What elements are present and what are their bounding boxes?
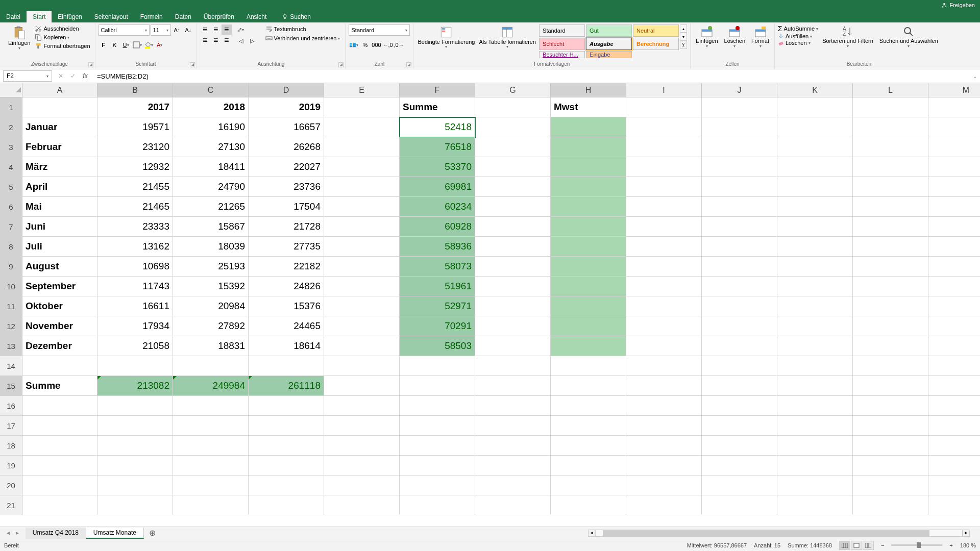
font-color-button[interactable]: A▾: [155, 40, 165, 50]
cell[interactable]: [853, 157, 928, 177]
column-header-B[interactable]: B: [97, 83, 173, 97]
cell[interactable]: [853, 237, 928, 257]
row-header-11[interactable]: 11: [0, 296, 22, 316]
cell[interactable]: [777, 177, 853, 197]
scroll-left-button[interactable]: ◄: [588, 530, 595, 537]
copy-button[interactable]: Kopieren▾: [33, 33, 91, 41]
cell[interactable]: [475, 97, 551, 117]
cell[interactable]: [551, 217, 626, 237]
tab-home[interactable]: Start: [27, 11, 52, 22]
cell[interactable]: 27892: [173, 316, 249, 336]
view-normal-button[interactable]: [839, 541, 850, 550]
cell[interactable]: [97, 456, 173, 475]
cell[interactable]: [324, 117, 400, 137]
cell[interactable]: [324, 197, 400, 217]
cell[interactable]: 13162: [97, 237, 173, 257]
cell[interactable]: [702, 277, 777, 296]
cell[interactable]: [702, 97, 777, 117]
cell[interactable]: 23333: [97, 217, 173, 237]
cell[interactable]: [249, 475, 324, 495]
cell[interactable]: [702, 177, 777, 197]
column-header-K[interactable]: K: [777, 83, 853, 97]
cell[interactable]: 24465: [249, 316, 324, 336]
cell[interactable]: 21455: [97, 177, 173, 197]
row-header-3[interactable]: 3: [0, 137, 22, 157]
column-header-H[interactable]: H: [551, 83, 626, 97]
cell[interactable]: 12932: [97, 157, 173, 177]
cell[interactable]: [475, 456, 551, 475]
cell[interactable]: 18831: [173, 336, 249, 356]
sort-filter-button[interactable]: AZSortieren und Filtern▾: [820, 24, 875, 49]
cell[interactable]: [853, 456, 928, 475]
style-besuchter[interactable]: Besuchter H...: [539, 51, 585, 58]
cell[interactable]: [173, 495, 249, 515]
cell[interactable]: [777, 217, 853, 237]
cell[interactable]: [853, 356, 928, 376]
cell[interactable]: [400, 356, 475, 376]
cell[interactable]: [777, 456, 853, 475]
cell[interactable]: [853, 117, 928, 137]
cell[interactable]: [777, 296, 853, 316]
cell[interactable]: [324, 217, 400, 237]
insert-cells-button[interactable]: Einfügen▾: [694, 24, 720, 49]
cell[interactable]: [551, 475, 626, 495]
cell[interactable]: [324, 416, 400, 436]
row-header-5[interactable]: 5: [0, 177, 22, 197]
cell[interactable]: [400, 376, 475, 396]
cell[interactable]: [551, 336, 626, 356]
cell[interactable]: Summe: [22, 376, 97, 396]
formula-input[interactable]: =SUMME(B2:D2): [94, 72, 970, 80]
cell[interactable]: 27130: [173, 137, 249, 157]
cell[interactable]: [853, 336, 928, 356]
cell[interactable]: [475, 336, 551, 356]
format-painter-button[interactable]: Format übertragen: [33, 42, 91, 50]
cell[interactable]: Mai: [22, 197, 97, 217]
cell[interactable]: [551, 316, 626, 336]
cell[interactable]: [249, 396, 324, 416]
cell[interactable]: [551, 277, 626, 296]
cell[interactable]: [400, 416, 475, 436]
cell[interactable]: [702, 495, 777, 515]
zoom-minus[interactable]: −: [881, 542, 884, 548]
align-right-button[interactable]: ≡: [222, 35, 232, 45]
cell[interactable]: [551, 117, 626, 137]
cell[interactable]: [324, 177, 400, 197]
cell[interactable]: [173, 356, 249, 376]
cell[interactable]: [626, 495, 702, 515]
cell[interactable]: Summe: [400, 97, 475, 117]
cell[interactable]: [777, 396, 853, 416]
cell[interactable]: [173, 416, 249, 436]
cell[interactable]: [400, 475, 475, 495]
number-launcher[interactable]: ◢: [406, 62, 411, 67]
cell[interactable]: 21728: [249, 217, 324, 237]
cell[interactable]: [702, 336, 777, 356]
cell[interactable]: [97, 396, 173, 416]
cell[interactable]: [173, 396, 249, 416]
cell[interactable]: [928, 177, 980, 197]
cell[interactable]: 76518: [400, 137, 475, 157]
row-header-20[interactable]: 20: [0, 475, 22, 495]
cell[interactable]: [324, 316, 400, 336]
indent-decrease-button[interactable]: ◁: [236, 36, 246, 46]
cell[interactable]: [928, 436, 980, 456]
cell[interactable]: 10698: [97, 257, 173, 277]
cell[interactable]: [626, 376, 702, 396]
cell[interactable]: [475, 416, 551, 436]
cell[interactable]: [97, 416, 173, 436]
expand-formula-button[interactable]: ⌄: [970, 73, 980, 79]
cell[interactable]: 15867: [173, 217, 249, 237]
cell[interactable]: [928, 97, 980, 117]
cell[interactable]: 21465: [97, 197, 173, 217]
percent-button[interactable]: %: [360, 40, 370, 50]
styles-down-button[interactable]: ▾: [680, 33, 687, 41]
row-header-21[interactable]: 21: [0, 495, 22, 515]
cell[interactable]: [551, 137, 626, 157]
cell[interactable]: [22, 456, 97, 475]
bold-button[interactable]: F: [99, 40, 109, 50]
cell[interactable]: 60234: [400, 197, 475, 217]
cell[interactable]: [702, 257, 777, 277]
cell[interactable]: 213082: [97, 376, 173, 396]
cell[interactable]: [928, 257, 980, 277]
cell[interactable]: [324, 296, 400, 316]
cell[interactable]: 22182: [249, 257, 324, 277]
